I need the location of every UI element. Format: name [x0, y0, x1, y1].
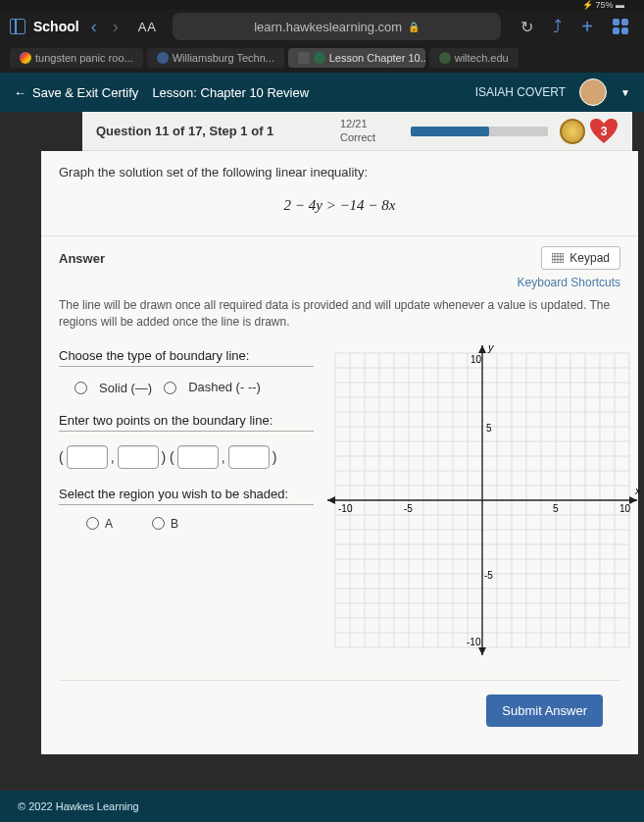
submit-bar: Submit Answer [59, 680, 620, 741]
url-bar[interactable]: learn.hawkeslearning.com 🔒 [173, 13, 501, 40]
save-exit-label: Save & Exit Certify [32, 85, 138, 100]
tick-label: 5 [553, 503, 559, 514]
answer-heading: Answer [59, 251, 541, 266]
tick-label: -10 [338, 503, 353, 514]
point1-y-input[interactable] [118, 445, 159, 469]
tab-text: Williamsburg Techn... [173, 52, 274, 64]
tick-label: 5 [486, 423, 492, 434]
points-prompt: Enter two points on the boundary line: [59, 413, 314, 432]
tick-label: -5 [404, 503, 413, 514]
keyboard-shortcuts-link[interactable]: Keyboard Shortcuts [59, 276, 620, 289]
answer-card: Answer Keypad Keyboard Shortcuts The lin… [41, 236, 638, 754]
battery: ⚡ 75% ▬ [582, 0, 624, 10]
keypad-label: Keypad [570, 251, 610, 265]
browser-tab[interactable]: tungsten panic roo... [10, 48, 143, 68]
tick-label: 10 [619, 503, 631, 514]
browser-tab[interactable]: wiltech.edu [429, 48, 519, 68]
username: ISAIAH COVERT [475, 85, 566, 99]
status-bar: ⚡ 75% ▬ [0, 0, 644, 10]
browser-tab[interactable]: Lesson Chapter 10... [288, 48, 425, 68]
problem-card: Graph the solution set of the following … [41, 151, 638, 236]
score-fraction: 12/21 [340, 118, 403, 130]
forward-button[interactable]: › [109, 17, 123, 37]
tab-text: wiltech.edu [455, 52, 509, 64]
tab-text: Lesson Chapter 10... [329, 52, 425, 64]
radio-dashed-label: Dashed (- --) [188, 381, 261, 394]
url-text: learn.hawkeslearning.com [254, 20, 402, 34]
lesson-title: Lesson: Chapter 10 Review [152, 85, 461, 100]
share-button[interactable]: ⤴ [553, 17, 562, 37]
browser-top-bar: School ‹ › AA learn.hawkeslearning.com 🔒… [0, 10, 644, 43]
lives-count: 3 [601, 125, 608, 138]
score-label: Correct [340, 131, 403, 144]
region-b-label: B [171, 517, 178, 531]
favicon-icon [20, 52, 31, 64]
favicon-icon [157, 52, 169, 64]
lock-icon: 🔒 [408, 22, 420, 32]
app-header: ← Save & Exit Certify Lesson: Chapter 10… [0, 73, 644, 112]
point2-x-input[interactable] [177, 445, 219, 469]
y-axis-label: y [487, 341, 495, 353]
answer-instructions: The line will be drawn once all required… [59, 297, 620, 331]
answer-controls: Choose the type of boundary line: Solid … [59, 338, 314, 662]
region-prompt: Select the region you wish to be shaded: [59, 487, 314, 505]
radio-solid-label: Solid (—) [99, 381, 152, 395]
coin-icon [560, 119, 585, 144]
boundary-type-prompt: Choose the type of boundary line: [59, 348, 314, 367]
inequality-expression: 2 − 4y > −14 − 8x [59, 197, 620, 214]
avatar[interactable] [579, 78, 607, 106]
lives-heart: 3 [589, 119, 619, 144]
back-button[interactable]: ‹ [87, 17, 101, 37]
problem-text: Graph the solution set of the following … [59, 165, 620, 180]
radio-solid[interactable] [74, 382, 87, 394]
save-exit-button[interactable]: ← Save & Exit Certify [14, 85, 138, 100]
tick-label: 10 [471, 354, 482, 365]
submit-answer-button[interactable]: Submit Answer [486, 694, 603, 727]
svg-marker-50 [478, 345, 486, 353]
progress-fill [411, 127, 489, 136]
browser-tabs-row: tungsten panic roo... Williamsburg Techn… [0, 43, 644, 73]
tabs-overview-button[interactable] [613, 19, 628, 34]
question-bar: Question 11 of 17, Step 1 of 1 12/21 Cor… [82, 112, 632, 151]
refresh-button[interactable]: ↻ [520, 18, 533, 36]
coordinate-graph[interactable]: y x 10 5 -5 -10 -10 -5 5 10 [325, 338, 639, 662]
tick-label: -5 [484, 570, 493, 581]
tick-label: -10 [467, 637, 481, 647]
radio-region-b[interactable] [152, 517, 165, 530]
svg-marker-48 [629, 496, 637, 504]
radio-region-a[interactable] [86, 517, 99, 530]
point1-x-input[interactable] [67, 445, 108, 469]
tab-title: School [33, 19, 79, 34]
progress-bar [411, 127, 548, 136]
footer: © 2022 Hawkes Learning [0, 791, 644, 822]
text-size-button[interactable]: AA [138, 20, 157, 34]
radio-dashed[interactable] [164, 382, 176, 394]
close-icon[interactable] [298, 52, 310, 64]
point2-y-input[interactable] [228, 445, 270, 469]
points-inputs: (, ) ( , ) [59, 445, 314, 469]
svg-marker-51 [478, 647, 486, 655]
svg-marker-49 [327, 496, 335, 504]
question-number: Question 11 of 17, Step 1 of 1 [96, 124, 340, 138]
score-block: 12/21 Correct [340, 118, 403, 143]
copyright: © 2022 Hawkes Learning [18, 800, 139, 812]
favicon-icon [314, 52, 325, 64]
keypad-button[interactable]: Keypad [541, 246, 620, 270]
browser-tab[interactable]: Williamsburg Techn... [147, 48, 284, 68]
tab-text: tungsten panic roo... [35, 52, 133, 64]
new-tab-button[interactable]: + [581, 16, 593, 38]
user-dropdown-caret[interactable]: ▼ [620, 87, 630, 98]
region-a-label: A [105, 517, 113, 531]
keypad-icon [552, 253, 564, 263]
favicon-icon [439, 52, 451, 64]
sidebar-icon[interactable] [10, 19, 25, 34]
x-axis-label: x [634, 485, 639, 496]
